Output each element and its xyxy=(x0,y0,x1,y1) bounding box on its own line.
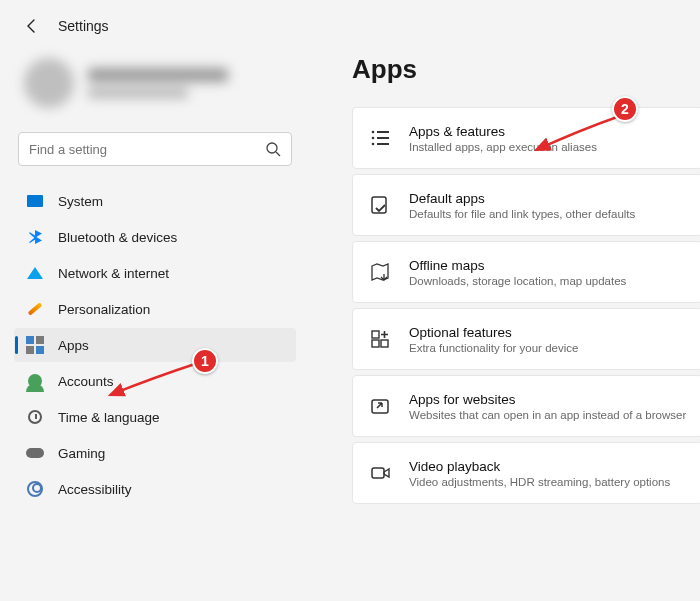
svg-rect-12 xyxy=(372,400,388,413)
sidebar: System Bluetooth & devices Network & int… xyxy=(0,44,310,597)
sidebar-item-label: Apps xyxy=(58,338,89,353)
card-title: Video playback xyxy=(409,459,670,474)
sidebar-item-label: Gaming xyxy=(58,446,105,461)
svg-rect-7 xyxy=(377,143,389,145)
card-subtitle: Websites that can open in an app instead… xyxy=(409,409,686,421)
sidebar-item-time-language[interactable]: Time & language xyxy=(14,400,296,434)
system-icon xyxy=(26,192,44,210)
apps-icon xyxy=(26,336,44,354)
wifi-icon xyxy=(26,264,44,282)
accessibility-icon xyxy=(26,480,44,498)
search-icon xyxy=(265,141,281,157)
card-offline-maps[interactable]: Offline maps Downloads, storage location… xyxy=(352,241,700,303)
nav-list: System Bluetooth & devices Network & int… xyxy=(12,184,298,506)
svg-point-0 xyxy=(267,143,277,153)
svg-rect-9 xyxy=(372,331,379,338)
sidebar-item-gaming[interactable]: Gaming xyxy=(14,436,296,470)
svg-point-6 xyxy=(372,143,375,146)
back-arrow-icon[interactable] xyxy=(24,18,40,34)
avatar xyxy=(24,58,74,108)
checklist-icon xyxy=(369,194,391,216)
sidebar-item-system[interactable]: System xyxy=(14,184,296,218)
svg-rect-3 xyxy=(377,131,389,133)
svg-line-1 xyxy=(276,152,280,156)
sidebar-item-bluetooth[interactable]: Bluetooth & devices xyxy=(14,220,296,254)
svg-rect-10 xyxy=(372,340,379,347)
sidebar-item-label: Accessibility xyxy=(58,482,132,497)
search-box[interactable] xyxy=(18,132,292,166)
svg-point-4 xyxy=(372,137,375,140)
card-apps-for-websites[interactable]: Apps for websites Websites that can open… xyxy=(352,375,700,437)
card-default-apps[interactable]: Default apps Defaults for file and link … xyxy=(352,174,700,236)
sidebar-item-label: Personalization xyxy=(58,302,150,317)
svg-rect-11 xyxy=(381,340,388,347)
svg-point-2 xyxy=(372,131,375,134)
brush-icon xyxy=(26,300,44,318)
card-title: Default apps xyxy=(409,191,635,206)
gamepad-icon xyxy=(26,444,44,462)
card-subtitle: Extra functionality for your device xyxy=(409,342,578,354)
open-app-icon xyxy=(369,395,391,417)
card-subtitle: Defaults for file and link types, other … xyxy=(409,208,635,220)
sidebar-item-label: Network & internet xyxy=(58,266,169,281)
account-text xyxy=(88,68,228,98)
sidebar-item-accessibility[interactable]: Accessibility xyxy=(14,472,296,506)
page-title: Apps xyxy=(352,54,700,107)
bluetooth-icon xyxy=(26,228,44,246)
sidebar-item-label: Bluetooth & devices xyxy=(58,230,177,245)
account-block[interactable] xyxy=(12,44,298,132)
svg-rect-13 xyxy=(372,468,384,478)
card-title: Offline maps xyxy=(409,258,626,273)
list-icon xyxy=(369,127,391,149)
sidebar-item-personalization[interactable]: Personalization xyxy=(14,292,296,326)
main-panel: Apps Apps & features Installed apps, app… xyxy=(310,44,700,597)
svg-rect-5 xyxy=(377,137,389,139)
sidebar-item-label: Time & language xyxy=(58,410,160,425)
card-list: Apps & features Installed apps, app exec… xyxy=(352,107,700,504)
sidebar-item-label: System xyxy=(58,194,103,209)
video-icon xyxy=(369,462,391,484)
grid-plus-icon xyxy=(369,328,391,350)
annotation-badge-1: 1 xyxy=(192,348,218,374)
window-title: Settings xyxy=(58,18,109,34)
card-title: Apps for websites xyxy=(409,392,686,407)
sidebar-item-network[interactable]: Network & internet xyxy=(14,256,296,290)
map-icon xyxy=(369,261,391,283)
clock-icon xyxy=(26,408,44,426)
card-optional-features[interactable]: Optional features Extra functionality fo… xyxy=(352,308,700,370)
card-title: Optional features xyxy=(409,325,578,340)
card-subtitle: Downloads, storage location, map updates xyxy=(409,275,626,287)
card-subtitle: Video adjustments, HDR streaming, batter… xyxy=(409,476,670,488)
card-video-playback[interactable]: Video playback Video adjustments, HDR st… xyxy=(352,442,700,504)
person-icon xyxy=(26,372,44,390)
search-input[interactable] xyxy=(29,142,265,157)
annotation-badge-2: 2 xyxy=(612,96,638,122)
card-apps-features[interactable]: Apps & features Installed apps, app exec… xyxy=(352,107,700,169)
